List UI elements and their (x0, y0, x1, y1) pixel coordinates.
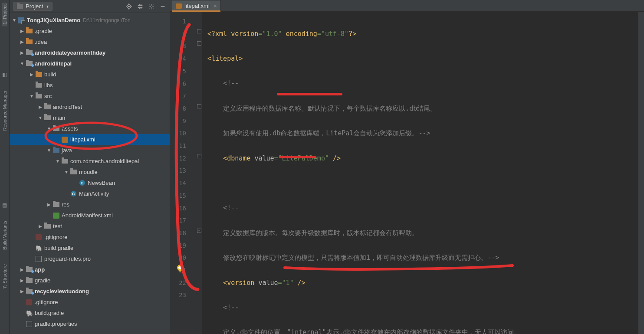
gradle-icon: 🐘 (26, 310, 32, 316)
project-panel-header: Project ▾ (10, 0, 170, 13)
tree-item-app[interactable]: ▶app (10, 264, 170, 275)
tree-label: AndroidManifest.xml (62, 212, 113, 219)
tree-item-module-date[interactable]: ▶androiddateyearmonthday (10, 47, 170, 58)
tab-label: litepal.xml (184, 3, 210, 9)
tree-label: app (35, 266, 45, 273)
tree-item-java[interactable]: ▼java (10, 145, 170, 156)
tree-item-gradleprops[interactable]: ▶gradle.properties (10, 318, 170, 329)
tree-item-build[interactable]: ▶build (10, 69, 170, 80)
tree-item-manifest[interactable]: ▶AndroidManifest.xml (10, 210, 170, 221)
editor-body[interactable]: 1234567891011121314151617181920212223 − … (170, 12, 644, 334)
tree-label: NewsBean (88, 180, 115, 186)
module-folder-icon (26, 50, 33, 55)
tree-label: gradle.properties (35, 321, 77, 327)
tree-item-main[interactable]: ▼main (10, 112, 170, 123)
tree-label: res (62, 201, 69, 208)
folder-icon (53, 202, 59, 207)
tool-window-structure[interactable]: 7: Structure (2, 262, 7, 291)
tree-label: java (62, 147, 72, 154)
tree-label: build.gradle (35, 310, 64, 316)
fold-toggle-icon[interactable]: − (197, 229, 201, 233)
tree-item-test[interactable]: ▶test (10, 221, 170, 232)
tree-label: main (53, 115, 65, 121)
tree-label: assets (62, 125, 78, 132)
fold-toggle-icon[interactable]: − (197, 104, 201, 108)
gear-icon[interactable] (148, 3, 155, 10)
module-icon (18, 17, 24, 23)
tree-label: build (44, 71, 56, 78)
tree-label: src (44, 93, 52, 99)
hide-icon[interactable] (159, 3, 166, 10)
svg-point-8 (151, 6, 152, 7)
tree-path: D:\11zdmgongsi\Ton (83, 17, 130, 23)
tree-item-buildgradle[interactable]: ▶🐘build.gradle (10, 242, 170, 253)
gitignore-icon (36, 234, 42, 240)
folder-icon (17, 4, 23, 9)
folder-icon (36, 83, 42, 88)
collapse-all-icon[interactable] (137, 3, 144, 10)
tree-label: litepal.xml (70, 136, 95, 143)
project-tree[interactable]: ▼ TongJiQuXianDemo D:\11zdmgongsi\Ton ▶.… (10, 13, 170, 334)
code-editor[interactable]: <?xml version="1.0" encoding="utf-8"?> <… (202, 12, 638, 334)
svg-point-1 (128, 6, 130, 7)
tree-item-gradle-dir[interactable]: ▶.gradle (10, 26, 170, 36)
module-folder-icon (26, 61, 33, 66)
tool-window-build-variants[interactable]: Build Variants (2, 219, 7, 252)
tree-item-gradle[interactable]: ▶gradle (10, 275, 170, 286)
file-icon (26, 321, 32, 327)
project-view-selector[interactable]: Project ▾ (13, 2, 53, 11)
folder-icon (26, 278, 33, 283)
chevron-down-icon: ▾ (46, 4, 49, 9)
class-icon: C (71, 191, 76, 196)
close-icon[interactable]: × (214, 3, 217, 9)
build-variants-icon: ▤ (2, 202, 7, 208)
project-panel: Project ▾ ▼ TongJiQuXianDemo D:\11zdmgon… (10, 0, 170, 334)
tool-window-project[interactable]: 1: Project (2, 3, 7, 26)
fold-toggle-icon[interactable]: − (197, 29, 201, 33)
tree-item-buildgradle-root[interactable]: ▶🐘build.gradle (10, 308, 170, 318)
xml-file-icon (176, 3, 182, 9)
tree-item-assets[interactable]: ▼assets (10, 123, 170, 134)
tree-item-package[interactable]: ▼com.zdmtech.androidlitepal (10, 156, 170, 167)
tree-label: test (53, 223, 62, 229)
editor-tabbar: litepal.xml × (170, 0, 644, 12)
tree-item-idea-dir[interactable]: ▶.idea (10, 36, 170, 47)
tree-label: .gradle (35, 28, 52, 34)
module-folder-icon (26, 289, 33, 294)
tree-label: gradle (35, 277, 50, 284)
tree-item-gitignore-root[interactable]: ▶.gitignore (10, 297, 170, 308)
xml-file-icon (62, 137, 68, 143)
editor-tab-litepal[interactable]: litepal.xml × (172, 0, 221, 11)
left-tool-rail: 1: Project ◧ Resource Manager ▤ Build Va… (0, 0, 10, 334)
tree-item-litepal-xml[interactable]: ▶litepal.xml (10, 134, 170, 145)
fold-gutter[interactable]: − − − − − (196, 12, 202, 334)
tree-item-newsbean[interactable]: ▶CNewsBean (10, 177, 170, 188)
tree-item-moudle[interactable]: ▼moudle (10, 167, 170, 177)
tree-label: MainActivity (79, 190, 109, 197)
class-icon: C (79, 180, 85, 186)
tree-item-recycleview[interactable]: ▶recycleviewtuodong (10, 286, 170, 297)
tree-item-res[interactable]: ▶res (10, 199, 170, 210)
fold-toggle-icon[interactable]: − (197, 154, 201, 158)
locate-icon[interactable] (125, 3, 132, 10)
tree-label: recycleviewtuodong (35, 288, 89, 295)
tree-item-libs[interactable]: ▶libs (10, 80, 170, 91)
tree-item-src[interactable]: ▼src (10, 91, 170, 102)
tree-item-gitignore[interactable]: ▶.gitignore (10, 232, 170, 242)
folder-icon (53, 148, 59, 153)
folder-icon (44, 105, 51, 109)
marker-strip[interactable] (638, 12, 644, 334)
tree-item-module-litepal[interactable]: ▼androidlitepal (10, 58, 170, 69)
gitignore-icon (26, 299, 32, 305)
tree-item-mainactivity[interactable]: ▶CMainActivity (10, 188, 170, 199)
folder-icon (44, 224, 51, 229)
tree-item-androidtest[interactable]: ▶androidTest (10, 102, 170, 112)
tool-window-resource-manager[interactable]: Resource Manager (2, 88, 7, 133)
file-icon (36, 256, 42, 262)
fold-toggle-icon[interactable]: − (197, 41, 201, 46)
package-icon (62, 159, 68, 164)
tree-root[interactable]: ▼ TongJiQuXianDemo D:\11zdmgongsi\Ton (10, 15, 170, 26)
tree-label: .gitignore (35, 299, 58, 305)
tree-label: .idea (35, 39, 47, 45)
tree-item-proguard[interactable]: ▶proguard-rules.pro (10, 253, 170, 264)
